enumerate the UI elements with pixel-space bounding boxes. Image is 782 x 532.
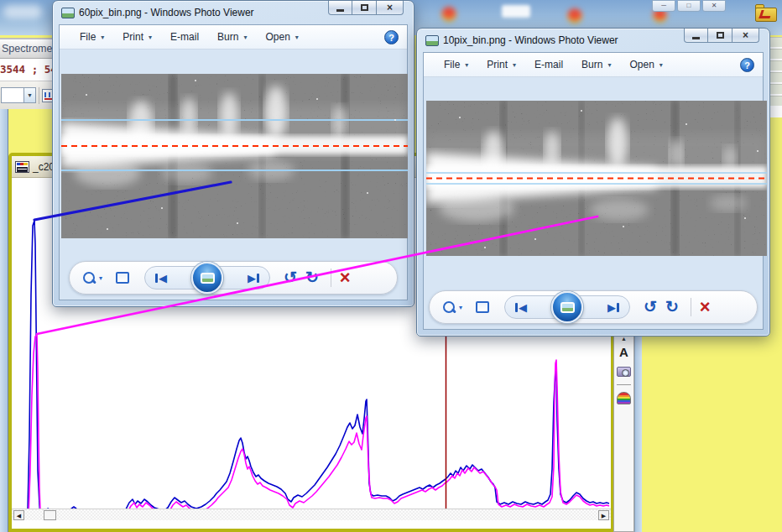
- chevron-down-icon: ▾: [513, 61, 516, 69]
- help-button[interactable]: ?: [384, 30, 399, 44]
- window-body: File▾ Print▾ E-mail Burn▾ Open▾ ?: [423, 52, 764, 330]
- close-button[interactable]: ×: [376, 1, 404, 15]
- chevron-down-icon: ▾: [607, 61, 611, 69]
- viewer-toolbar: ▾ ◀ ▶ ↺ ↻ ×: [69, 261, 398, 295]
- rotate-cw-button[interactable]: ↻: [305, 269, 319, 286]
- blurred-desktop-icon: [441, 7, 456, 22]
- previous-button[interactable]: ◀: [515, 301, 527, 314]
- viewer-toolbar: ▾ ◀ ▶ ↺ ↻ ×: [429, 290, 758, 324]
- photo-viewer-app-icon: [61, 8, 75, 18]
- viewer-content: ▾ ◀ ▶ ↺ ↻ ×: [60, 50, 407, 300]
- caption-buttons: ×: [684, 29, 759, 43]
- menu-print[interactable]: Print▾: [487, 59, 516, 70]
- app-toolbar: ▼: [0, 81, 54, 109]
- slideshow-button[interactable]: [551, 291, 583, 323]
- chevron-down-icon: ▾: [149, 34, 152, 41]
- combobox-dropdown-button[interactable]: ▼: [23, 87, 36, 103]
- photo-viewer-window-10pix: 10pix_bin.png - Windows Photo Viewer × F…: [416, 28, 770, 336]
- blurred-window-fragment: [502, 5, 530, 18]
- maximize-button[interactable]: [352, 1, 376, 15]
- rotate-ccw-button[interactable]: ↺: [644, 299, 657, 316]
- maximize-icon[interactable]: □: [677, 0, 701, 12]
- photo-viewer-window-60pix: 60pix_bin.png - Windows Photo Viewer × F…: [52, 0, 414, 307]
- menu-bar: File▾ Print▾ E-mail Burn▾ Open▾ ?: [60, 25, 407, 50]
- app-header-label: Spectrometry: [0, 38, 54, 59]
- app-frame-right: [634, 333, 642, 532]
- magnifier-icon: [443, 301, 456, 314]
- next-button[interactable]: ▶: [607, 301, 619, 314]
- minimize-button[interactable]: [684, 29, 708, 43]
- minimize-button[interactable]: [328, 1, 352, 15]
- window-body: File▾ Print▾ E-mail Burn▾ Open▾ ?: [59, 24, 408, 300]
- photo-viewer-app-icon: [425, 35, 439, 46]
- rotate-ccw-button[interactable]: ↺: [284, 269, 297, 286]
- text-tool-button[interactable]: A: [619, 345, 628, 360]
- slideshow-button[interactable]: [191, 262, 223, 294]
- close-icon[interactable]: ✕: [702, 0, 726, 12]
- app-frame-left: [0, 109, 8, 532]
- scrollbar-thumb[interactable]: [44, 510, 56, 520]
- zoom-button[interactable]: ▾: [83, 272, 102, 284]
- rotate-cw-button[interactable]: ↻: [665, 299, 679, 316]
- scroll-left-button[interactable]: ◀: [13, 510, 24, 520]
- menu-open[interactable]: Open▾: [629, 59, 662, 70]
- navigation-group: ◀ ▶: [144, 266, 270, 289]
- next-button[interactable]: ▶: [248, 272, 259, 284]
- menu-file[interactable]: File▾: [80, 31, 104, 43]
- chevron-down-icon: ▾: [465, 61, 468, 69]
- window-title: 60pix_bin.png - Windows Photo Viewer: [79, 7, 254, 18]
- combobox[interactable]: ▼: [1, 87, 36, 103]
- menu-file[interactable]: File▾: [444, 59, 468, 70]
- menu-burn[interactable]: Burn▾: [581, 59, 611, 70]
- caption-buttons: ×: [328, 1, 404, 15]
- actual-size-button[interactable]: [476, 301, 489, 313]
- maximize-button[interactable]: [708, 29, 732, 43]
- spectrum-trace: [13, 335, 609, 509]
- coordinate-readout: 3544 ; 54: [0, 59, 54, 81]
- magnifier-icon: [83, 272, 96, 284]
- chevron-down-icon: ▾: [101, 34, 104, 41]
- help-button[interactable]: ?: [740, 58, 754, 72]
- toolbar-separator: [331, 269, 331, 287]
- chevron-down-icon: ▾: [243, 34, 247, 41]
- spectrum-image-60pix: [61, 74, 408, 238]
- close-button[interactable]: ×: [732, 29, 759, 43]
- delete-button[interactable]: ×: [700, 298, 711, 316]
- menu-email[interactable]: E-mail: [170, 31, 199, 43]
- previous-button[interactable]: ◀: [155, 272, 167, 284]
- chevron-down-icon: ▾: [459, 304, 462, 311]
- delete-button[interactable]: ×: [340, 269, 351, 287]
- titlebar[interactable]: 60pix_bin.png - Windows Photo Viewer ×: [53, 1, 414, 24]
- slideshow-icon: [201, 273, 215, 284]
- navigation-group: ◀ ▶: [504, 295, 630, 319]
- blurred-desktop-icon: [567, 8, 582, 23]
- spectrum-image-10pix: [426, 101, 767, 256]
- window-title: 10pix_bin.png - Windows Photo Viewer: [443, 34, 618, 46]
- actual-size-button[interactable]: [116, 272, 129, 284]
- viewer-content: ▾ ◀ ▶ ↺ ↻ ×: [424, 77, 763, 329]
- side-toolbar: ▲ A: [613, 333, 634, 532]
- toolbar-divider: [617, 384, 631, 385]
- screen: ─ □ ✕ Spectrometry 3544 ; 54 ▼: [0, 0, 782, 532]
- spectrum-document-icon: [15, 161, 29, 173]
- horizontal-scrollbar[interactable]: ◀ ▶: [12, 509, 611, 520]
- menu-print[interactable]: Print▾: [123, 31, 152, 43]
- titlebar[interactable]: 10pix_bin.png - Windows Photo Viewer ×: [417, 29, 769, 52]
- minimize-icon[interactable]: ─: [652, 0, 675, 12]
- chevron-down-icon: ▾: [659, 61, 663, 69]
- toolbar-separator: [691, 298, 691, 316]
- scroll-right-button[interactable]: ▶: [598, 510, 609, 520]
- menu-burn[interactable]: Burn▾: [217, 31, 247, 43]
- palette-icon[interactable]: [617, 392, 631, 404]
- chevron-down-icon: ▾: [99, 274, 102, 282]
- background-window-caption-buttons: ─ □ ✕: [652, 0, 726, 12]
- menu-open[interactable]: Open▾: [265, 31, 298, 43]
- camera-icon[interactable]: [617, 367, 631, 377]
- combobox-field[interactable]: [1, 87, 23, 103]
- cloud-blur: [3, 5, 42, 18]
- menu-email[interactable]: E-mail: [534, 59, 563, 70]
- menu-bar: File▾ Print▾ E-mail Burn▾ Open▾ ?: [424, 53, 763, 77]
- zoom-button[interactable]: ▾: [443, 301, 462, 314]
- folder-icon[interactable]: [755, 4, 777, 22]
- chevron-down-icon: ▾: [295, 34, 299, 41]
